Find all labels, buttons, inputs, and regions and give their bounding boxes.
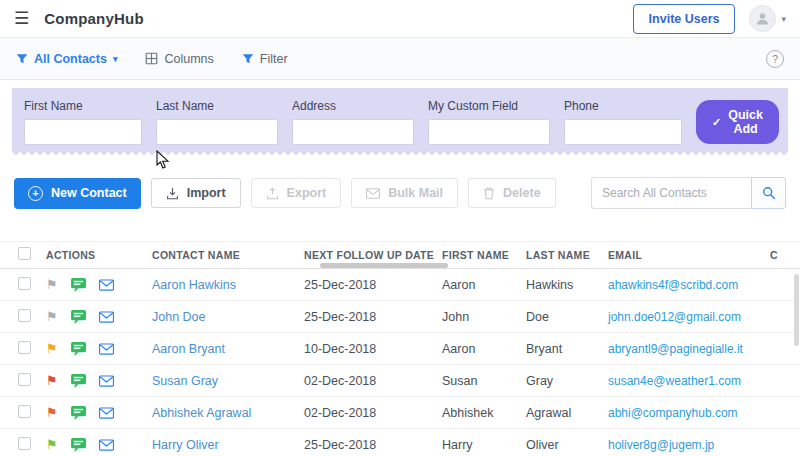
email-link[interactable]: john.doe012@gmail.com bbox=[608, 310, 770, 324]
quick-add-field-phone: Phone bbox=[564, 99, 682, 145]
mail-icon[interactable] bbox=[99, 343, 114, 355]
flag-icon[interactable]: ⚑ bbox=[46, 438, 58, 451]
field-label: Phone bbox=[564, 99, 682, 113]
header-first-name[interactable]: FIRST NAME bbox=[442, 249, 526, 261]
field-label: My Custom Field bbox=[428, 99, 550, 113]
delete-button[interactable]: Delete bbox=[468, 178, 556, 208]
row-checkbox[interactable] bbox=[18, 437, 31, 450]
header-contact-name[interactable]: CONTACT NAME bbox=[152, 249, 304, 261]
mail-icon[interactable] bbox=[99, 375, 114, 387]
last-name-input[interactable] bbox=[156, 119, 278, 145]
phone-input[interactable] bbox=[564, 119, 682, 145]
avatar[interactable] bbox=[749, 5, 776, 32]
plus-icon: + bbox=[28, 186, 43, 201]
export-button[interactable]: Export bbox=[251, 178, 342, 208]
tab-filter-label: Filter bbox=[260, 52, 288, 66]
header-next-follow-up-date[interactable]: NEXT FOLLOW UP DATE bbox=[304, 249, 442, 261]
table-row: ⚑ John Doe 25-Dec-2018 John Doe john.doe… bbox=[0, 301, 800, 333]
tab-all-contacts-label: All Contacts bbox=[34, 52, 107, 66]
funnel-icon bbox=[16, 53, 28, 65]
header-actions[interactable]: ACTIONS bbox=[46, 249, 152, 261]
contact-name-link[interactable]: Aaron Bryant bbox=[152, 342, 304, 356]
chat-icon[interactable] bbox=[71, 278, 86, 292]
first-name: Abhishek bbox=[442, 406, 526, 420]
mail-icon[interactable] bbox=[99, 311, 114, 323]
quick-add-field-my-custom-field: My Custom Field bbox=[428, 99, 550, 145]
first-name: Aaron bbox=[442, 278, 526, 292]
next-follow-up-date: 25-Dec-2018 bbox=[304, 278, 442, 292]
contact-name-link[interactable]: John Doe bbox=[152, 310, 304, 324]
select-all-checkbox[interactable] bbox=[18, 247, 31, 260]
address-input[interactable] bbox=[292, 119, 414, 145]
email-link[interactable]: susan4e@weather1.com bbox=[608, 374, 770, 388]
email-link[interactable]: abryantl9@paginegialle.it bbox=[608, 342, 770, 356]
chat-icon[interactable] bbox=[71, 310, 86, 324]
check-icon: ✓ bbox=[712, 116, 721, 129]
row-checkbox[interactable] bbox=[18, 341, 31, 354]
hamburger-menu-icon[interactable]: ☰ bbox=[14, 8, 29, 29]
chat-icon[interactable] bbox=[71, 406, 86, 420]
contact-name-link[interactable]: Harry Oliver bbox=[152, 438, 304, 452]
my-custom-field-input[interactable] bbox=[428, 119, 550, 145]
flag-icon[interactable]: ⚑ bbox=[46, 310, 58, 323]
user-menu[interactable]: ▾ bbox=[749, 5, 786, 32]
view-tab-bar: All Contacts ▾ Columns Filter ? bbox=[0, 37, 800, 80]
chat-icon[interactable] bbox=[71, 438, 86, 452]
header-company[interactable]: C bbox=[770, 249, 800, 261]
quick-add-field-address: Address bbox=[292, 99, 414, 145]
table-row: ⚑ Susan Gray 02-Dec-2018 Susan Gray susa… bbox=[0, 365, 800, 397]
help-button[interactable]: ? bbox=[766, 50, 784, 68]
search-bar bbox=[591, 177, 786, 209]
row-checkbox[interactable] bbox=[18, 405, 31, 418]
flag-icon[interactable]: ⚑ bbox=[46, 406, 58, 419]
contacts-table: ACTIONS CONTACT NAME NEXT FOLLOW UP DATE… bbox=[0, 241, 800, 456]
header-email[interactable]: EMAIL bbox=[608, 249, 770, 261]
import-button[interactable]: Import bbox=[151, 178, 241, 208]
search-button[interactable] bbox=[751, 177, 786, 209]
contact-name-link[interactable]: Susan Gray bbox=[152, 374, 304, 388]
top-bar-right: Invite Users ▾ bbox=[633, 4, 786, 34]
next-follow-up-date: 25-Dec-2018 bbox=[304, 310, 442, 324]
import-icon bbox=[166, 187, 179, 200]
row-checkbox[interactable] bbox=[18, 373, 31, 386]
horizontal-scrollbar-thumb[interactable] bbox=[320, 263, 448, 268]
next-follow-up-date: 10-Dec-2018 bbox=[304, 342, 442, 356]
flag-icon[interactable]: ⚑ bbox=[46, 342, 58, 355]
vertical-scrollbar-thumb[interactable] bbox=[794, 274, 799, 346]
last-name: Bryant bbox=[526, 342, 608, 356]
new-contact-button[interactable]: + New Contact bbox=[14, 178, 141, 209]
tab-filter[interactable]: Filter bbox=[242, 52, 288, 66]
chevron-down-icon: ▾ bbox=[781, 14, 786, 24]
invite-users-button[interactable]: Invite Users bbox=[633, 4, 736, 34]
bulk-mail-label: Bulk Mail bbox=[388, 186, 443, 200]
email-link[interactable]: holiver8g@jugem.jp bbox=[608, 438, 770, 452]
chat-icon[interactable] bbox=[71, 342, 86, 356]
bulk-mail-button[interactable]: Bulk Mail bbox=[351, 178, 458, 208]
mail-icon[interactable] bbox=[99, 279, 114, 291]
quick-add-button[interactable]: ✓ Quick Add bbox=[696, 100, 779, 144]
contact-name-link[interactable]: Abhishek Agrawal bbox=[152, 406, 304, 420]
tab-columns[interactable]: Columns bbox=[145, 52, 213, 66]
last-name: Hawkins bbox=[526, 278, 608, 292]
tab-all-contacts[interactable]: All Contacts ▾ bbox=[16, 52, 117, 66]
table-row: ⚑ Harry Oliver 25-Dec-2018 Harry Oliver … bbox=[0, 429, 800, 456]
row-checkbox[interactable] bbox=[18, 309, 31, 322]
quick-add-panel: First Name Last Name Address My Custom F… bbox=[12, 88, 788, 160]
mail-icon[interactable] bbox=[99, 407, 114, 419]
flag-icon[interactable]: ⚑ bbox=[46, 278, 58, 291]
table-row: ⚑ Aaron Bryant 10-Dec-2018 Aaron Bryant … bbox=[0, 333, 800, 365]
email-link[interactable]: abhi@companyhub.com bbox=[608, 406, 770, 420]
header-last-name[interactable]: LAST NAME bbox=[526, 249, 608, 261]
chat-icon[interactable] bbox=[71, 374, 86, 388]
first-name: Susan bbox=[442, 374, 526, 388]
email-link[interactable]: ahawkins4f@scribd.com bbox=[608, 278, 770, 292]
mail-icon[interactable] bbox=[99, 439, 114, 451]
first-name-input[interactable] bbox=[24, 119, 142, 145]
new-contact-label: New Contact bbox=[51, 186, 127, 200]
search-input[interactable] bbox=[591, 177, 751, 209]
contact-name-link[interactable]: Aaron Hawkins bbox=[152, 278, 304, 292]
first-name: Aaron bbox=[442, 342, 526, 356]
row-checkbox[interactable] bbox=[18, 277, 31, 290]
flag-icon[interactable]: ⚑ bbox=[46, 374, 58, 387]
export-label: Export bbox=[287, 186, 327, 200]
